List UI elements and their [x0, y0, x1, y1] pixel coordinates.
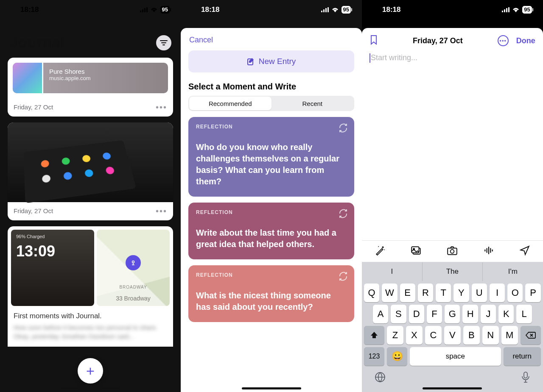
- letter-key[interactable]: K: [498, 305, 514, 323]
- letter-key[interactable]: H: [462, 305, 478, 323]
- music-attachment[interactable]: Pure Shores music.apple.com: [13, 63, 168, 93]
- journal-entry-card[interactable]: Pure Shores music.apple.com Friday, 27 O…: [8, 58, 173, 117]
- more-options-button[interactable]: •••: [498, 35, 509, 46]
- svg-point-7: [132, 261, 134, 263]
- entry-title: First moments with Journal.: [8, 306, 173, 323]
- refresh-prompt-button[interactable]: [338, 271, 348, 283]
- segment-recent[interactable]: Recent: [272, 97, 354, 110]
- dictation-key[interactable]: [521, 371, 530, 385]
- new-entry-button[interactable]: New Entry: [188, 50, 354, 72]
- done-button[interactable]: Done: [516, 36, 535, 45]
- backspace-key[interactable]: [521, 326, 541, 345]
- audio-icon[interactable]: [483, 245, 494, 258]
- cellular-icon: [502, 7, 509, 12]
- letter-key[interactable]: P: [525, 284, 540, 302]
- new-entry-modal: 18:18 95 Cancel New Entry Select a Momen…: [181, 0, 362, 392]
- prompt-text: What is the nicest thing someone has sai…: [196, 290, 347, 313]
- letter-key[interactable]: G: [445, 305, 460, 323]
- page-title: Journal: [9, 34, 64, 52]
- segment-recommended[interactable]: Recommended: [189, 97, 272, 110]
- letter-key[interactable]: I: [490, 284, 505, 302]
- svg-rect-16: [508, 7, 509, 12]
- music-title: Pure Shores: [49, 68, 91, 75]
- letter-key[interactable]: D: [409, 305, 424, 323]
- journal-entry-card[interactable]: 96% Charged 13:09 BROADWAY 33 Broadway F…: [8, 226, 173, 347]
- status-time: 18:18: [20, 6, 39, 14]
- space-key[interactable]: space: [410, 347, 501, 366]
- status-bar: 18:18 95: [181, 0, 362, 19]
- letter-key[interactable]: R: [418, 284, 433, 302]
- letter-key[interactable]: O: [507, 284, 523, 302]
- wifi-icon: [150, 7, 158, 12]
- svg-rect-1: [142, 9, 143, 12]
- camera-icon[interactable]: [447, 245, 458, 258]
- letter-key[interactable]: W: [382, 284, 397, 302]
- location-address: 33 Broadway: [116, 295, 151, 302]
- globe-key[interactable]: [375, 372, 386, 384]
- letter-key[interactable]: M: [501, 326, 518, 345]
- suggestion[interactable]: The: [423, 262, 483, 281]
- compose-icon: [247, 57, 255, 66]
- shift-key[interactable]: [364, 326, 384, 345]
- prompt-text: Who do you know who really challenges th…: [196, 142, 347, 187]
- home-indicator[interactable]: [423, 387, 482, 389]
- svg-rect-13: [502, 11, 503, 12]
- home-indicator[interactable]: [242, 387, 301, 389]
- gallery-icon[interactable]: [411, 245, 422, 258]
- filter-button[interactable]: [156, 35, 171, 50]
- emoji-key[interactable]: 😀: [387, 347, 407, 366]
- new-entry-fab[interactable]: +: [78, 358, 103, 384]
- svg-rect-11: [327, 7, 329, 12]
- entry-preview-blurred: How soon before it becomes too personal …: [8, 323, 173, 347]
- letter-key[interactable]: Z: [387, 326, 403, 345]
- wifi-icon: [331, 7, 339, 12]
- letter-key[interactable]: F: [427, 305, 442, 323]
- letter-key[interactable]: E: [400, 284, 415, 302]
- letter-key[interactable]: J: [481, 305, 496, 323]
- reflection-prompt-card[interactable]: REFLECTION Write about the last time you…: [188, 203, 354, 259]
- numeric-key[interactable]: 123: [364, 347, 384, 366]
- svg-rect-2: [144, 8, 146, 12]
- return-key[interactable]: return: [504, 347, 541, 366]
- entry-text-input[interactable]: Start writing...: [362, 51, 543, 240]
- svg-rect-10: [325, 8, 327, 12]
- status-time: 18:18: [382, 6, 400, 14]
- letter-key[interactable]: V: [444, 326, 461, 345]
- journal-home-screen: 18:18 95 Journal Pure Shores music.apple…: [0, 0, 181, 392]
- bookmark-button[interactable]: [369, 35, 378, 47]
- letter-key[interactable]: X: [406, 326, 423, 345]
- prompt-category: REFLECTION: [196, 272, 347, 278]
- letter-key[interactable]: T: [436, 284, 451, 302]
- svg-rect-9: [323, 9, 325, 12]
- more-button[interactable]: •••: [156, 210, 167, 212]
- suggestion[interactable]: I: [362, 262, 423, 281]
- reflection-prompt-card[interactable]: REFLECTION What is the nicest thing some…: [188, 265, 354, 322]
- letter-key[interactable]: C: [425, 326, 442, 345]
- cancel-button[interactable]: Cancel: [181, 28, 362, 47]
- letter-key[interactable]: Y: [453, 284, 469, 302]
- journal-entry-card[interactable]: Friday, 27 Oct •••: [8, 122, 173, 220]
- magic-icon[interactable]: [375, 245, 386, 258]
- letter-key[interactable]: N: [482, 326, 499, 345]
- refresh-prompt-button[interactable]: [338, 123, 348, 135]
- letter-key[interactable]: L: [516, 305, 532, 323]
- section-heading: Select a Moment and Write: [181, 76, 362, 96]
- letter-key[interactable]: B: [463, 326, 480, 345]
- svg-rect-23: [524, 372, 527, 378]
- reflection-prompt-card[interactable]: REFLECTION Who do you know who really ch…: [188, 117, 354, 197]
- editor-toolbar: [362, 240, 543, 262]
- refresh-prompt-button[interactable]: [338, 209, 348, 220]
- entry-date-title: Friday, 27 Oct: [413, 36, 463, 45]
- status-bar: 18:18 95: [0, 0, 181, 19]
- letter-key[interactable]: U: [472, 284, 487, 302]
- segmented-control: Recommended Recent: [188, 96, 354, 111]
- home-indicator[interactable]: [61, 387, 120, 389]
- status-time: 18:18: [201, 6, 219, 14]
- location-icon[interactable]: [519, 245, 530, 258]
- suggestion[interactable]: I'm: [483, 262, 543, 281]
- letter-key[interactable]: A: [373, 305, 388, 323]
- letter-key[interactable]: Q: [364, 284, 379, 302]
- letter-key[interactable]: S: [391, 305, 406, 323]
- prompt-category: REFLECTION: [196, 209, 347, 215]
- more-button[interactable]: •••: [156, 106, 167, 108]
